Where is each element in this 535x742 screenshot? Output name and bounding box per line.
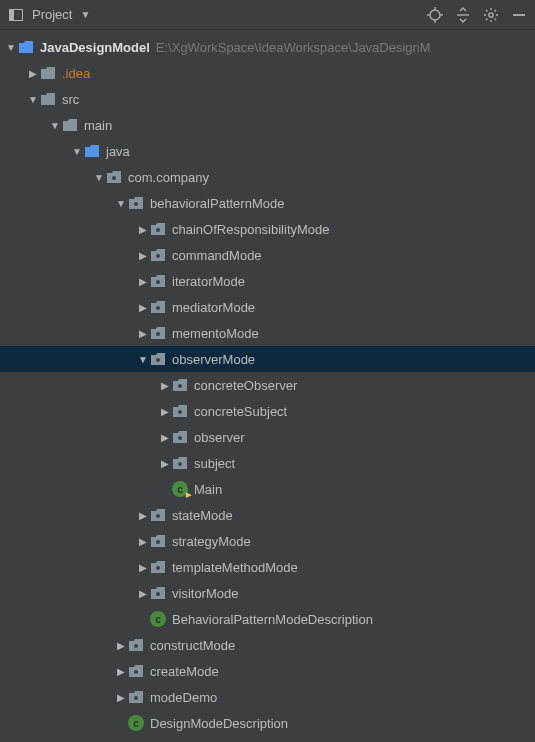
node-label: src (62, 92, 79, 107)
expand-arrow[interactable] (70, 146, 84, 157)
node-label: visitorMode (172, 586, 238, 601)
class-icon: c (128, 715, 144, 731)
tree-node-behavioral-desc[interactable]: c BehavioralPatternModeDescription (0, 606, 535, 632)
svg-point-22 (156, 332, 160, 336)
chevron-down-icon[interactable]: ▼ (80, 9, 90, 20)
folder-icon (40, 65, 56, 81)
expand-arrow[interactable] (136, 562, 150, 573)
tree-node-java[interactable]: java (0, 138, 535, 164)
package-icon (172, 455, 188, 471)
svg-point-17 (134, 202, 138, 206)
expand-arrow[interactable] (136, 276, 150, 287)
module-icon (18, 39, 34, 55)
svg-point-24 (178, 384, 182, 388)
svg-point-31 (156, 592, 160, 596)
node-label: com.company (128, 170, 209, 185)
expand-arrow[interactable] (158, 432, 172, 443)
gear-icon[interactable] (483, 7, 499, 23)
svg-point-28 (156, 514, 160, 518)
project-view-icon[interactable] (8, 7, 24, 23)
folder-icon (62, 117, 78, 133)
expand-arrow[interactable] (136, 302, 150, 313)
node-label: .idea (62, 66, 90, 81)
package-icon (150, 507, 166, 523)
tree-node-strategy[interactable]: strategyMode (0, 528, 535, 554)
svg-point-30 (156, 566, 160, 570)
expand-arrow[interactable] (136, 354, 150, 365)
tree-node-mode-demo[interactable]: modeDemo (0, 684, 535, 710)
expand-arrow[interactable] (114, 666, 128, 677)
node-label: DesignModeDescription (150, 716, 288, 731)
expand-arrow[interactable] (136, 536, 150, 547)
node-label: Main (194, 482, 222, 497)
svg-line-11 (486, 10, 488, 12)
locate-icon[interactable] (427, 7, 443, 23)
expand-arrow[interactable] (92, 172, 106, 183)
svg-point-34 (134, 696, 138, 700)
package-icon (150, 273, 166, 289)
tree-node-observer[interactable]: observerMode (0, 346, 535, 372)
expand-arrow[interactable] (158, 458, 172, 469)
svg-point-32 (134, 644, 138, 648)
package-icon (150, 559, 166, 575)
package-icon (150, 351, 166, 367)
expand-arrow[interactable] (158, 406, 172, 417)
tree-node-mediator[interactable]: mediatorMode (0, 294, 535, 320)
expand-arrow[interactable] (136, 510, 150, 521)
expand-arrow[interactable] (158, 380, 172, 391)
root-path: E:\XgWorkSpace\IdeaWorkspace\JavaDesignM (156, 40, 431, 55)
expand-arrow[interactable] (4, 42, 18, 53)
tree-node-main-class[interactable]: c Main (0, 476, 535, 502)
tree-node-state[interactable]: stateMode (0, 502, 535, 528)
node-label: chainOfResponsibilityMode (172, 222, 330, 237)
node-label: createMode (150, 664, 219, 679)
tree-node-iterator[interactable]: iteratorMode (0, 268, 535, 294)
tree-node-subject[interactable]: subject (0, 450, 535, 476)
tree-node-template[interactable]: templateMethodMode (0, 554, 535, 580)
expand-arrow[interactable] (114, 692, 128, 703)
expand-arrow[interactable] (26, 94, 40, 105)
svg-point-21 (156, 306, 160, 310)
tree-node-observer-pkg[interactable]: observer (0, 424, 535, 450)
expand-arrow[interactable] (136, 250, 150, 261)
node-label: mediatorMode (172, 300, 255, 315)
tree-root[interactable]: JavaDesignModel E:\XgWorkSpace\IdeaWorks… (0, 34, 535, 60)
expand-arrow[interactable] (114, 640, 128, 651)
tree-node-construct[interactable]: constructMode (0, 632, 535, 658)
tree-node-create[interactable]: createMode (0, 658, 535, 684)
expand-arrow[interactable] (136, 224, 150, 235)
svg-point-16 (112, 176, 116, 180)
tree-node-memento[interactable]: mementoMode (0, 320, 535, 346)
node-label: strategyMode (172, 534, 251, 549)
tree-node-src[interactable]: src (0, 86, 535, 112)
tree-node-main[interactable]: main (0, 112, 535, 138)
node-label: modeDemo (150, 690, 217, 705)
svg-point-25 (178, 410, 182, 414)
svg-line-13 (486, 18, 488, 20)
svg-point-0 (430, 10, 440, 20)
tree-node-visitor[interactable]: visitorMode (0, 580, 535, 606)
tree-node-design-desc[interactable]: c DesignModeDescription (0, 710, 535, 736)
tree-node-chain[interactable]: chainOfResponsibilityMode (0, 216, 535, 242)
expand-arrow[interactable] (136, 328, 150, 339)
expand-arrow[interactable] (26, 68, 40, 79)
runnable-class-icon: c (172, 481, 188, 497)
package-icon (150, 221, 166, 237)
root-label: JavaDesignModel (40, 40, 150, 55)
project-title[interactable]: Project (32, 7, 72, 22)
hide-icon[interactable] (511, 7, 527, 23)
tree-node-behavioral[interactable]: behavioralPatternMode (0, 190, 535, 216)
tree-node-company[interactable]: com.company (0, 164, 535, 190)
svg-point-29 (156, 540, 160, 544)
node-label: mementoMode (172, 326, 259, 341)
tree-node-idea[interactable]: .idea (0, 60, 535, 86)
svg-point-26 (178, 436, 182, 440)
expand-arrow[interactable] (136, 588, 150, 599)
tree-node-concrete-subject[interactable]: concreteSubject (0, 398, 535, 424)
tree-node-command[interactable]: commandMode (0, 242, 535, 268)
collapse-all-icon[interactable] (455, 7, 471, 23)
node-label: main (84, 118, 112, 133)
expand-arrow[interactable] (48, 120, 62, 131)
expand-arrow[interactable] (114, 198, 128, 209)
tree-node-concrete-observer[interactable]: concreteObserver (0, 372, 535, 398)
